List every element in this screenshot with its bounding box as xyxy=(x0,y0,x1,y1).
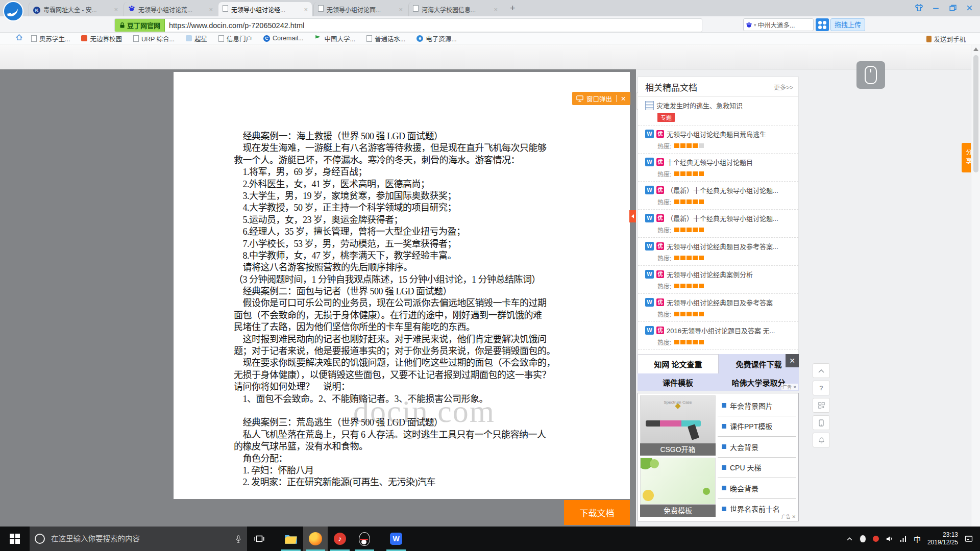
related-doc-item[interactable]: W优（最新）十个经典无领导小组讨论题...热度: xyxy=(638,210,798,238)
popup-window-button[interactable]: 窗口弹出 ✕ xyxy=(572,92,630,105)
tab-close-icon[interactable]: × xyxy=(304,6,308,13)
taskbar-qq-icon[interactable] xyxy=(352,527,377,551)
browser-tab[interactable]: 无领导小组讨论经...× xyxy=(218,2,312,16)
taskbar-music-icon[interactable]: ♪ xyxy=(328,527,352,551)
more-link[interactable]: 更多>> xyxy=(774,83,793,91)
ad-csgo-card[interactable]: Spectrum Case CSGO开箱 xyxy=(640,395,716,456)
mic-icon[interactable] xyxy=(235,535,242,543)
tray-qq-icon[interactable] xyxy=(860,535,866,543)
send-to-phone-button[interactable]: 发送到手机 xyxy=(926,34,966,44)
task-view-icon[interactable] xyxy=(247,527,272,551)
related-doc-item[interactable]: W优无领导小组讨论经典题目及参考答案热度: xyxy=(638,294,798,322)
search-engine-dropdown-icon[interactable]: ▾ xyxy=(754,22,756,28)
scrollbar-up-icon[interactable] xyxy=(973,47,978,51)
help-button[interactable]: ? xyxy=(813,381,830,395)
start-button[interactable] xyxy=(0,527,30,551)
minimize-icon[interactable] xyxy=(932,4,940,12)
related-doc-item[interactable]: W优无领导小组讨论经典题目及参考答案...热度: xyxy=(638,238,798,266)
tab-strip: K毒霸网址大全 - 安...×无领导小组讨论荒...×无领导小组讨论经...×无… xyxy=(29,2,503,16)
premium-badge: 优 xyxy=(656,327,664,334)
related-doc-item[interactable]: W优十个经典无领导小组讨论题目热度: xyxy=(638,154,798,182)
bookmark-item[interactable]: 信息门户 xyxy=(218,34,252,43)
quick-search-box[interactable]: ▾ 中州大道多... xyxy=(743,18,814,31)
close-icon[interactable] xyxy=(965,4,974,12)
ad-tab-active[interactable]: 知网 论文查重 xyxy=(638,354,719,373)
browser-tab[interactable]: 无领导小组讨论荒...× xyxy=(124,2,217,16)
bookmark-item[interactable]: 超星 xyxy=(186,34,207,43)
network-icon[interactable] xyxy=(900,536,907,542)
home-icon[interactable] xyxy=(15,34,23,43)
page-edge-marker[interactable] xyxy=(629,210,636,222)
related-doc-item[interactable]: 灾难发生时的逃生、急救知识专题 xyxy=(638,97,798,126)
bookmark-item[interactable]: 无边界校园 xyxy=(81,34,122,43)
document-line: 7.小学校长，53 岁，男，劳动模范，五一奖章获得者； xyxy=(234,236,576,248)
tray-music-icon[interactable] xyxy=(873,536,879,542)
bookmark-item[interactable]: 普通话水... xyxy=(366,34,405,43)
ad-link-item[interactable]: CPU 天梯 xyxy=(718,458,796,479)
browser-tab[interactable]: K毒霸网址大全 - 安...× xyxy=(29,2,122,16)
bookmark-item[interactable]: URP 综合... xyxy=(133,34,175,43)
ad-sub-left[interactable]: 课件模板 xyxy=(638,373,718,391)
bookmark-label: URP 综合... xyxy=(141,34,175,43)
new-tab-button[interactable]: + xyxy=(510,3,516,14)
volume-icon[interactable] xyxy=(886,535,893,542)
heat-square xyxy=(680,340,685,344)
drag-upload-control[interactable]: 拖拽上传 xyxy=(816,18,865,31)
theme-shirt-icon[interactable] xyxy=(915,4,923,12)
page-scrollbar[interactable] xyxy=(971,45,980,527)
restore-icon[interactable] xyxy=(948,4,957,12)
popup-close-icon[interactable]: ✕ xyxy=(621,95,626,103)
taskbar-wps-icon[interactable]: W xyxy=(384,527,408,551)
ad-link-item[interactable]: 课件PPT模板 xyxy=(718,416,796,437)
related-doc-item[interactable]: W优（最新）十个经典无领导小组讨论题...热度: xyxy=(638,182,798,210)
taskbar-search-input[interactable] xyxy=(50,534,230,543)
browser-tab[interactable]: 无领导小组讨论面...× xyxy=(313,2,407,16)
ad-link-item[interactable]: 晚会背景 xyxy=(718,478,796,499)
bookmark-item[interactable]: 奥苏学生... xyxy=(31,34,70,43)
document-line: 题；对于记者来说，他是要报道事实的；对于你业务员来说，你是要销毁面包的。 xyxy=(234,343,576,355)
browser-logo-icon[interactable] xyxy=(3,1,23,21)
related-doc-item[interactable]: W优无领导小组讨论经典案例分析热度: xyxy=(638,266,798,294)
bookmark-item[interactable]: 中国大学... xyxy=(314,34,355,43)
bookmark-item[interactable]: e电子资源... xyxy=(416,34,456,43)
heat-row: 热度: xyxy=(657,254,793,262)
drag-upload-button[interactable]: 拖拽上传 xyxy=(830,18,865,31)
tab-close-icon[interactable]: × xyxy=(209,6,213,13)
action-center-icon[interactable] xyxy=(965,535,973,543)
tab-close-icon[interactable]: × xyxy=(494,6,498,13)
ad-link-item[interactable]: 年会背景图片 xyxy=(718,395,796,416)
cortana-icon xyxy=(35,534,45,544)
ad-link-item[interactable]: 大会背景 xyxy=(718,437,796,458)
back-to-top-button[interactable] xyxy=(813,363,830,378)
qr-code-button[interactable] xyxy=(813,398,830,413)
related-doc-item[interactable]: W优无领导小组讨论经典题目荒岛逃生热度: xyxy=(638,126,798,154)
heat-square xyxy=(687,199,692,204)
bookmark-item[interactable]: CCoremail... xyxy=(263,34,303,43)
docin-clover-icon[interactable] xyxy=(816,18,829,31)
url-text[interactable]: https://www.docin.com/p-720650242.html xyxy=(169,21,304,30)
bookmarks-bar: 奥苏学生...无边界校园URP 综合...超星信息门户CCoremail...中… xyxy=(0,33,980,44)
address-bar[interactable]: 豆丁网官网 https://www.docin.com/p-720650242.… xyxy=(114,18,702,32)
taskbar-search[interactable] xyxy=(30,527,247,551)
browser-tab[interactable]: 河海大学校园信息...× xyxy=(408,2,502,16)
heat-square xyxy=(687,340,692,344)
scrollbar-thumb[interactable] xyxy=(973,55,978,172)
tab-close-icon[interactable]: × xyxy=(399,6,403,13)
related-doc-item[interactable]: W优2016无领导小组讨论题目及答案 无...热度: xyxy=(638,322,798,350)
ime-indicator[interactable]: 中 xyxy=(914,534,921,544)
ad-template-card[interactable]: 免费模板 xyxy=(640,458,716,517)
heat-label: 热度: xyxy=(657,226,671,234)
taskbar-clock[interactable]: 23:132019/12/25 xyxy=(927,531,958,546)
notification-bell-button[interactable] xyxy=(813,433,830,447)
mobile-view-button[interactable] xyxy=(813,415,830,430)
tab-close-icon[interactable]: × xyxy=(114,6,118,13)
document-line: 5.运动员，女，23 岁，奥运金牌获得者； xyxy=(234,212,576,224)
taskbar-explorer-icon[interactable] xyxy=(279,527,303,551)
search-text[interactable]: 中州大道多... xyxy=(758,20,795,30)
download-doc-float-button[interactable]: 下载文档 xyxy=(564,500,630,525)
ad-link-list: 年会背景图片课件PPT模板大会背景CPU 天梯晚会背景世界名表前十名 xyxy=(718,395,796,519)
ad-close-icon[interactable]: ✕ xyxy=(786,354,799,367)
tray-expand-icon[interactable] xyxy=(846,536,853,542)
taskbar-browser-icon[interactable] xyxy=(303,527,328,551)
site-verify-badge[interactable]: 豆丁网官网 xyxy=(115,19,165,32)
